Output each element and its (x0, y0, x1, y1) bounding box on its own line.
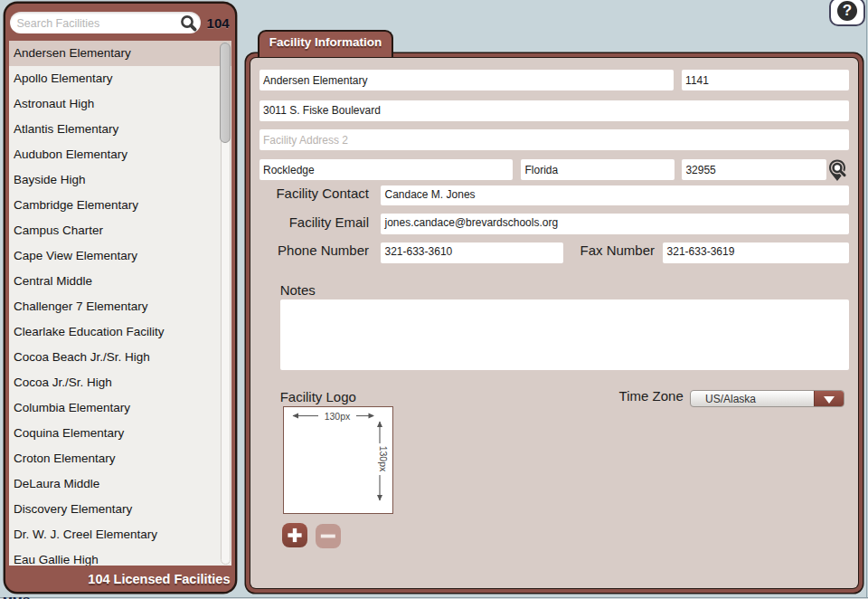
svg-text:130px: 130px (324, 410, 350, 421)
svg-text:130px: 130px (378, 445, 389, 471)
